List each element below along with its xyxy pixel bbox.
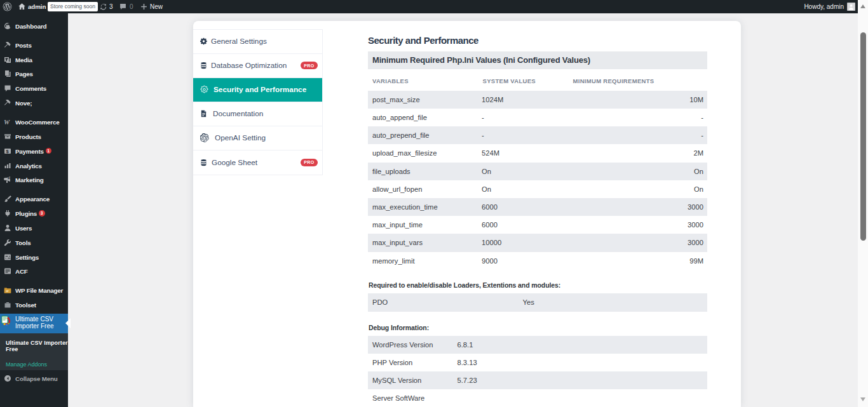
svg-text:1: 1 xyxy=(8,177,10,180)
svg-text:W: W xyxy=(4,119,10,126)
